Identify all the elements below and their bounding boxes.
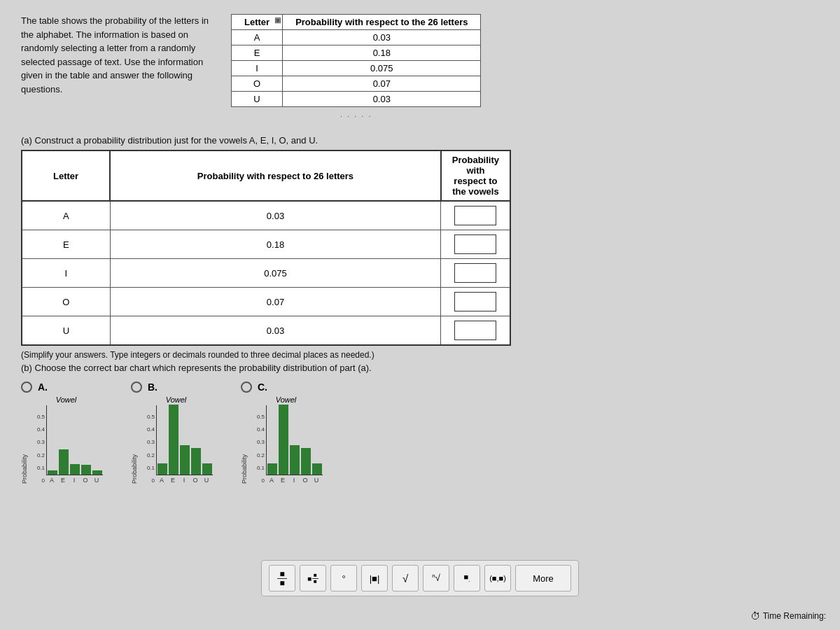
- chart-b-title: Vowel: [139, 396, 213, 404]
- chart-c-bars-axes: 00.10.20.30.40.5 AEIOU: [249, 405, 323, 484]
- ref-letter-cell: U: [232, 92, 283, 107]
- y-tick: 0.4: [29, 426, 45, 433]
- radio-c[interactable]: [241, 382, 252, 393]
- time-remaining-label: Time Remaining:: [763, 611, 826, 621]
- fraction-button[interactable]: ■ ■: [269, 565, 295, 592]
- prob-vowels-input[interactable]: [454, 292, 496, 312]
- table-row: U 0.03: [22, 316, 510, 346]
- ref-prob-cell: 0.075: [283, 61, 481, 76]
- ref-prob-cell: 0.18: [283, 46, 481, 61]
- ref-letter-cell: I: [232, 61, 283, 76]
- bar: [70, 464, 80, 475]
- chart-b-xlabels: AEIOU: [156, 477, 212, 484]
- paren-button[interactable]: (■,■): [484, 565, 511, 592]
- table-row: A 0.03: [22, 201, 510, 230]
- absolute-value-button[interactable]: |■|: [361, 565, 388, 592]
- bar: [267, 463, 277, 475]
- x-axis-label: O: [300, 477, 311, 484]
- y-tick: 0.2: [29, 452, 45, 458]
- chart-c-title: Vowel: [249, 396, 323, 404]
- y-tick: 0.3: [29, 439, 45, 445]
- chart-c-area: Vowel 00.10.20.30.40.5 AEIOU: [249, 396, 323, 484]
- prob26-cell: 0.03: [110, 201, 441, 230]
- chart-a-wrap: Probability Vowel 00.10.20.30.40.5 AEIOU: [21, 396, 103, 484]
- bar: [290, 445, 300, 475]
- reference-table: Letter Probability with respect to the 2…: [231, 14, 481, 107]
- prob-vowels-input[interactable]: [454, 321, 496, 340]
- mixed-number-button[interactable]: ■ ■ ■: [300, 565, 326, 592]
- chart-option-b: B. Probability Vowel 00.10.20.30.40.5 AE…: [131, 382, 213, 484]
- y-tick: 0.4: [139, 426, 155, 433]
- ref-table-prob-header: Probability with respect to the 26 lette…: [283, 15, 481, 30]
- x-axis-label: A: [156, 477, 167, 484]
- ref-table-row: A0.03: [232, 30, 481, 46]
- ref-table-letter-header: Letter: [232, 15, 283, 30]
- ref-table-row: O0.07: [232, 76, 481, 92]
- bar: [279, 405, 288, 475]
- bar: [158, 463, 167, 475]
- prob-vowels-cell: [441, 201, 510, 230]
- x-axis-label: E: [277, 477, 288, 484]
- chart-a-title: Vowel: [29, 396, 103, 404]
- chart-c-xlabels: AEIOU: [266, 477, 322, 484]
- chart-a-bars: [46, 405, 103, 475]
- chart-a-xlabels: AEIOU: [46, 477, 102, 484]
- chart-a-yticks: 00.10.20.30.40.5: [29, 414, 45, 484]
- chart-b-wrap: Probability Vowel 00.10.20.30.40.5 AEIOU: [131, 396, 213, 484]
- more-button[interactable]: More: [515, 565, 571, 592]
- chart-b-bars-axes: 00.10.20.30.40.5 AEIOU: [139, 405, 213, 484]
- log-button[interactable]: ■.: [454, 565, 480, 592]
- bar: [180, 445, 190, 475]
- ref-table-row: I0.075: [232, 61, 481, 76]
- bar: [92, 470, 102, 475]
- letter-cell: O: [22, 288, 110, 316]
- y-tick: 0.5: [29, 414, 45, 420]
- simplify-note: (Simplify your answers. Type integers or…: [21, 350, 819, 360]
- part-b-label: (b) Choose the correct bar chart which r…: [21, 363, 819, 373]
- degree-button[interactable]: °: [330, 565, 357, 592]
- y-tick: 0.1: [29, 465, 45, 471]
- x-axis-label: E: [57, 477, 69, 484]
- sqrt-button[interactable]: √: [392, 565, 419, 592]
- clock-icon: ⏱: [750, 610, 760, 622]
- chart-c-header: C.: [241, 382, 267, 393]
- nth-root-button[interactable]: n√: [423, 565, 449, 592]
- prob26-cell: 0.075: [110, 259, 441, 288]
- y-tick: 0.5: [139, 414, 155, 420]
- chart-b-y-label: Probability: [131, 414, 138, 484]
- y-tick: 0.3: [139, 439, 155, 445]
- bar: [169, 405, 178, 475]
- ref-table-row: E0.18: [232, 46, 481, 61]
- chart-b-yticks: 00.10.20.30.40.5: [139, 414, 155, 484]
- part-a-col2-header: Probability with respect to 26 letters: [110, 150, 441, 201]
- bar: [301, 448, 311, 475]
- intro-text: The table shows the probability of the l…: [21, 14, 217, 96]
- chart-a-y-label: Probability: [21, 414, 28, 484]
- chart-c-y-label: Probability: [241, 414, 248, 484]
- chart-option-c: C. Probability Vowel 00.10.20.30.40.5 AE…: [241, 382, 323, 484]
- ref-letter-cell: A: [232, 30, 283, 46]
- y-tick: 0.3: [249, 439, 265, 445]
- chart-a-area: Vowel 00.10.20.30.40.5 AEIOU: [29, 396, 103, 484]
- letter-cell: E: [22, 230, 110, 259]
- part-a-table: Letter Probability with respect to 26 le…: [21, 150, 511, 346]
- chart-c-yticks: 00.10.20.30.40.5: [249, 414, 265, 484]
- ref-letter-cell: O: [232, 76, 283, 92]
- x-axis-label: I: [178, 477, 190, 484]
- letter-cell: U: [22, 316, 110, 346]
- chart-b-bars: [156, 405, 213, 475]
- radio-a[interactable]: [21, 382, 32, 393]
- prob-vowels-input[interactable]: [454, 206, 496, 225]
- chart-a-bars-container: AEIOU: [46, 405, 103, 484]
- ref-prob-cell: 0.07: [283, 76, 481, 92]
- x-axis-label: E: [167, 477, 178, 484]
- x-axis-label: I: [288, 477, 300, 484]
- prob-vowels-input[interactable]: [454, 234, 496, 254]
- table-row: O 0.07: [22, 288, 510, 316]
- dots-indicator: . . . . .: [231, 110, 481, 118]
- radio-b[interactable]: [131, 382, 142, 393]
- x-axis-label: O: [190, 477, 201, 484]
- y-tick: 0.4: [249, 426, 265, 433]
- x-axis-label: I: [69, 477, 80, 484]
- prob-vowels-input[interactable]: [454, 263, 496, 283]
